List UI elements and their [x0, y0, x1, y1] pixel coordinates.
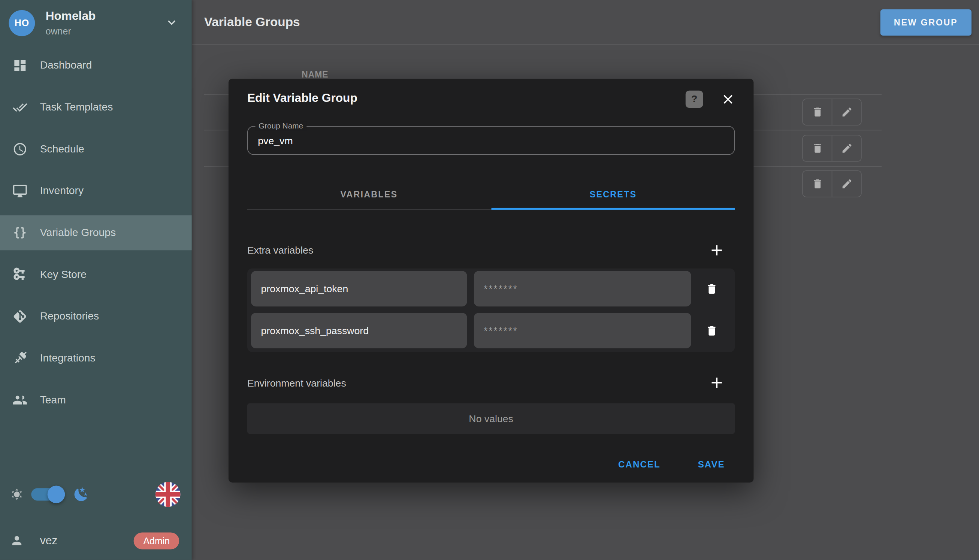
app-root: HO Homelab owner Dashboard Task Template…: [0, 0, 979, 560]
project-switcher[interactable]: HO Homelab owner: [0, 0, 192, 44]
clock-icon: [12, 142, 27, 157]
plus-icon: [708, 374, 726, 392]
theme-row: [10, 481, 180, 508]
secret-key-input[interactable]: proxmox_api_token: [251, 271, 467, 307]
table-column-header-name: NAME: [302, 69, 328, 79]
sidebar-item-label: Task Templates: [40, 101, 113, 113]
edit-row-button[interactable]: [832, 171, 861, 197]
project-avatar: HO: [8, 10, 35, 36]
add-extra-variable-button[interactable]: [708, 242, 726, 259]
sidebar-item-label: Integrations: [40, 352, 95, 365]
delete-secret-button[interactable]: [691, 271, 732, 307]
done-all-icon: [12, 100, 27, 115]
sun-icon: [10, 487, 24, 501]
trash-icon: [812, 178, 824, 190]
git-icon: [12, 309, 27, 324]
save-button[interactable]: SAVE: [694, 459, 729, 470]
sidebar-item-schedule[interactable]: Schedule: [0, 132, 192, 167]
dialog-title: Edit Variable Group: [247, 91, 357, 105]
monitor-icon: [12, 183, 27, 198]
edit-row-button[interactable]: [832, 136, 861, 161]
sidebar-item-label: Dashboard: [40, 59, 92, 72]
new-group-button[interactable]: NEW GROUP: [880, 9, 972, 35]
trash-icon: [705, 282, 718, 295]
secret-value-input[interactable]: *******: [474, 271, 691, 307]
sidebar-item-label: Key Store: [40, 268, 87, 281]
table-row-actions: [802, 98, 861, 125]
secret-row: proxmox_api_token *******: [251, 271, 732, 307]
pencil-icon: [841, 142, 853, 154]
user-row[interactable]: vez Admin: [10, 528, 180, 552]
extra-variables-panel: proxmox_api_token ******* proxmox_ssh_pa…: [247, 268, 735, 352]
delete-row-button[interactable]: [803, 99, 832, 125]
dashboard-icon: [12, 58, 27, 73]
group-name-value: pve_vm: [258, 136, 293, 147]
help-icon[interactable]: ?: [685, 91, 703, 108]
table-row-actions: [802, 170, 861, 197]
cancel-button[interactable]: CANCEL: [614, 459, 664, 470]
admin-badge: Admin: [134, 532, 179, 549]
language-flag-uk[interactable]: [155, 482, 180, 507]
project-name: Homelab: [46, 9, 96, 23]
project-meta: Homelab owner: [46, 9, 96, 36]
secret-row: proxmox_ssh_password *******: [251, 313, 732, 348]
sidebar: HO Homelab owner Dashboard Task Template…: [0, 0, 192, 560]
active-tab-indicator: [491, 208, 735, 210]
plus-icon: [708, 242, 726, 259]
sidebar-item-variable-groups[interactable]: Variable Groups: [0, 215, 192, 250]
tab-variables[interactable]: VARIABLES: [247, 180, 491, 208]
trash-icon: [705, 324, 718, 337]
sidebar-item-label: Team: [40, 394, 66, 407]
delete-secret-button[interactable]: [691, 313, 732, 348]
sidebar-item-task-templates[interactable]: Task Templates: [0, 90, 192, 125]
pencil-icon: [841, 178, 853, 190]
close-icon[interactable]: [720, 92, 736, 107]
dark-mode-toggle[interactable]: [31, 488, 62, 500]
sidebar-item-label: Variable Groups: [40, 227, 116, 239]
environment-variables-empty: No values: [247, 403, 735, 434]
environment-variables-label: Environment variables: [247, 378, 346, 389]
pencil-icon: [841, 106, 853, 118]
moon-icon: [73, 486, 89, 502]
secret-value-input[interactable]: *******: [474, 313, 691, 348]
sidebar-item-label: Repositories: [40, 310, 99, 323]
table-row-actions: [802, 135, 861, 162]
keys-icon: [12, 267, 27, 282]
sidebar-item-team[interactable]: Team: [0, 383, 192, 418]
project-role: owner: [46, 25, 96, 36]
chevron-down-icon[interactable]: [164, 15, 179, 30]
trash-icon: [812, 142, 824, 154]
edit-variable-group-dialog: Edit Variable Group ? Group Name pve_vm …: [228, 79, 754, 482]
sidebar-nav: Dashboard Task Templates Schedule Invent…: [0, 48, 192, 418]
people-icon: [12, 393, 27, 408]
code-braces-icon: [12, 225, 27, 240]
sidebar-item-repositories[interactable]: Repositories: [0, 299, 192, 334]
toggle-knob: [48, 485, 65, 503]
secret-key-input[interactable]: proxmox_ssh_password: [251, 313, 467, 348]
sidebar-item-label: Inventory: [40, 185, 84, 197]
group-name-input[interactable]: Group Name pve_vm: [247, 126, 735, 155]
group-name-label: Group Name: [255, 122, 307, 130]
user-icon: [10, 534, 24, 548]
page-title: Variable Groups: [204, 15, 300, 29]
edit-row-button[interactable]: [832, 99, 861, 125]
sidebar-item-integrations[interactable]: Integrations: [0, 341, 192, 376]
trash-icon: [812, 106, 824, 118]
tab-secrets[interactable]: SECRETS: [491, 180, 735, 208]
sidebar-item-dashboard[interactable]: Dashboard: [0, 48, 192, 83]
delete-row-button[interactable]: [803, 171, 832, 197]
extra-variables-label: Extra variables: [247, 245, 313, 256]
dialog-actions: CANCEL SAVE: [614, 453, 729, 476]
dialog-tabs: VARIABLES SECRETS: [247, 180, 735, 211]
sidebar-item-inventory[interactable]: Inventory: [0, 173, 192, 208]
add-environment-variable-button[interactable]: [708, 374, 726, 392]
app-header: Variable Groups NEW GROUP: [192, 0, 979, 45]
sidebar-item-label: Schedule: [40, 143, 84, 155]
sidebar-item-key-store[interactable]: Key Store: [0, 257, 192, 292]
plug-connection-icon: [12, 351, 27, 366]
delete-row-button[interactable]: [803, 136, 832, 161]
username: vez: [40, 534, 58, 547]
